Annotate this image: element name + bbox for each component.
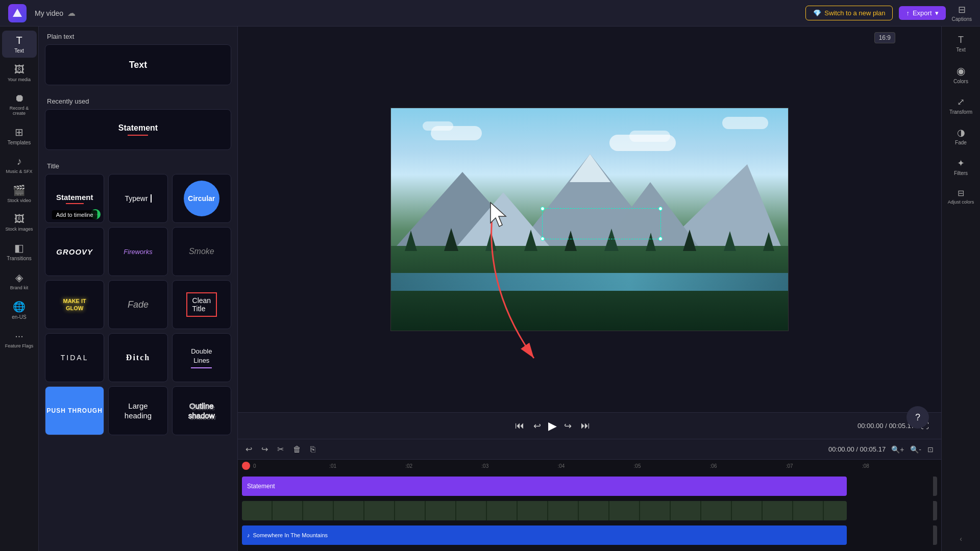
text-card-fade[interactable]: Fade bbox=[108, 280, 167, 329]
text-card-smoke[interactable]: Smoke bbox=[172, 227, 231, 276]
text-card-push-through[interactable]: PUSH THROUGH bbox=[45, 386, 104, 435]
smoke-label: Smoke bbox=[189, 247, 214, 256]
text-card-large-heading[interactable]: Largeheading bbox=[108, 386, 167, 435]
recently-used-card[interactable]: Statement bbox=[45, 109, 231, 150]
right-panel-text[interactable]: T Text bbox=[944, 31, 978, 57]
fast-forward-button[interactable]: ↪ bbox=[562, 418, 574, 434]
nav-stock-images-label: Stock images bbox=[5, 227, 33, 232]
rewind-button[interactable]: ↩ bbox=[531, 418, 543, 434]
delete-button[interactable]: 🗑 bbox=[291, 443, 303, 456]
right-panel-filters[interactable]: ✦ Filters bbox=[944, 154, 978, 180]
ruler-mark-04: :04 bbox=[556, 463, 632, 469]
text-card-fireworks[interactable]: Fireworks bbox=[108, 227, 167, 276]
current-total-time: 00:00.00 / 00:05.17 bbox=[828, 445, 886, 453]
nav-item-transitions[interactable]: ◧ Transitions bbox=[2, 238, 37, 265]
project-title: My video ☁ bbox=[35, 8, 805, 18]
clean-title-label: CleanTitle bbox=[186, 292, 217, 317]
tidal-label: TIDAL bbox=[61, 354, 89, 362]
title-text: My video bbox=[35, 9, 63, 17]
skip-back-button[interactable]: ⏮ bbox=[513, 418, 526, 433]
feature-flags-icon: ··· bbox=[15, 330, 23, 342]
audio-resize-handle[interactable] bbox=[933, 525, 937, 545]
text-card-statement[interactable]: Statement + Add to timeline bbox=[45, 174, 104, 223]
nav-item-stock-video[interactable]: 🎬 Stock video bbox=[2, 180, 37, 207]
ruler-mark-07: :07 bbox=[785, 463, 861, 469]
nav-item-language[interactable]: 🌐 en-US bbox=[2, 296, 37, 324]
scissors-button[interactable]: ✂ bbox=[276, 443, 285, 456]
text-nav-icon: T bbox=[16, 35, 22, 46]
topbar: My video ☁ 💎 Switch to a new plan ↑ Expo… bbox=[0, 0, 980, 27]
nav-transitions-label: Transitions bbox=[7, 256, 32, 261]
groovy-label: GROOVY bbox=[56, 247, 93, 256]
colors-property-label: Colors bbox=[953, 79, 968, 84]
plain-text-card[interactable]: Text bbox=[45, 44, 231, 85]
nav-item-brand-kit[interactable]: ◈ Brand kit bbox=[2, 267, 37, 294]
nav-item-your-media[interactable]: 🖼 Your media bbox=[2, 60, 37, 86]
nav-feature-flags-label: Feature Flags bbox=[5, 343, 34, 348]
upgrade-label: Switch to a new plan bbox=[824, 9, 885, 17]
app-logo bbox=[8, 4, 27, 22]
captions-button[interactable]: ⊟ Captions bbox=[952, 4, 972, 22]
nav-item-stock-images[interactable]: 🖼 Stock images bbox=[2, 209, 37, 236]
timeline-area: ↩ ↪ ✂ 🗑 ⎘ 00:00.00 / 00:05.17 🔍+ 🔍- ⊡ bbox=[238, 439, 941, 551]
outline-shadow-label: Outlineshadow bbox=[188, 401, 215, 421]
video-track bbox=[238, 498, 941, 523]
nav-item-text[interactable]: T Text bbox=[2, 31, 37, 58]
text-card-outline-shadow[interactable]: Outlineshadow bbox=[172, 386, 231, 435]
filters-property-icon: ✦ bbox=[957, 158, 965, 169]
text-card-make-it-glow[interactable]: MAKE ITGLOW bbox=[45, 280, 104, 329]
fit-timeline-button[interactable]: ⊡ bbox=[926, 444, 935, 455]
zoom-in-button[interactable]: 🔍+ bbox=[890, 444, 905, 455]
right-panel-transform[interactable]: ⤢ Transform bbox=[944, 92, 978, 119]
text-card-clean-title[interactable]: CleanTitle bbox=[172, 280, 231, 329]
upgrade-button[interactable]: 💎 Switch to a new plan bbox=[805, 6, 893, 20]
redo-button[interactable]: ↪ bbox=[260, 443, 270, 456]
text-card-groovy[interactable]: GROOVY bbox=[45, 227, 104, 276]
right-panel-fade[interactable]: ◑ Fade bbox=[944, 123, 978, 149]
landscape-background bbox=[391, 108, 788, 331]
right-panel-adjust[interactable]: ⊟ Adjust colors bbox=[944, 184, 978, 209]
language-icon: 🌐 bbox=[13, 300, 26, 313]
transform-property-label: Transform bbox=[949, 109, 972, 115]
copy-button[interactable]: ⎘ bbox=[309, 443, 317, 456]
video-canvas[interactable] bbox=[390, 108, 789, 331]
text-card-tidal[interactable]: TIDAL bbox=[45, 333, 104, 382]
ruler-mark-05: :05 bbox=[633, 463, 709, 469]
text-property-label: Text bbox=[956, 47, 965, 53]
audio-track: ♪ Somewhere In The Mountains bbox=[238, 523, 941, 547]
nav-brand-kit-label: Brand kit bbox=[10, 285, 29, 290]
video-resize-handle[interactable] bbox=[933, 501, 937, 520]
video-clip[interactable] bbox=[242, 501, 847, 520]
skip-forward-button[interactable]: ⏭ bbox=[579, 418, 592, 433]
crown-icon: 💎 bbox=[813, 9, 821, 17]
export-button[interactable]: ↑ Export ▾ bbox=[899, 6, 945, 20]
nav-item-music[interactable]: ♪ Music & SFX bbox=[2, 152, 37, 178]
nav-item-feature-flags[interactable]: ··· Feature Flags bbox=[2, 326, 37, 353]
ruler-mark-06: :06 bbox=[709, 463, 785, 469]
collapse-panel-button[interactable]: ‹ bbox=[960, 535, 962, 543]
text-card-double-lines[interactable]: DoubleLines bbox=[172, 333, 231, 382]
stock-images-icon: 🖼 bbox=[14, 213, 24, 225]
help-button[interactable]: ? bbox=[906, 406, 929, 429]
undo-button[interactable]: ↩ bbox=[244, 443, 254, 456]
nav-templates-label: Templates bbox=[8, 140, 31, 145]
audio-clip[interactable]: ♪ Somewhere In The Mountains bbox=[242, 525, 847, 545]
cloud-4 bbox=[629, 131, 670, 142]
nav-item-templates[interactable]: ⊞ Templates bbox=[2, 122, 37, 149]
play-button[interactable]: ▶ bbox=[548, 419, 557, 433]
text-card-circular[interactable]: Circular bbox=[172, 174, 231, 223]
text-card-glitch[interactable]: Ðitch bbox=[108, 333, 167, 382]
ruler-mark-01: :01 bbox=[328, 463, 404, 469]
statement-clip[interactable]: Statement bbox=[242, 477, 847, 496]
text-card-typewriter[interactable]: Typewr bbox=[108, 174, 167, 223]
playback-controls: ⏮ ↩ ▶ ↪ ⏭ 00:00.00 / 00:05.17 ⛶ bbox=[238, 412, 941, 439]
timeline-toolbar: ↩ ↪ ✂ 🗑 ⎘ 00:00.00 / 00:05.17 🔍+ 🔍- ⊡ bbox=[238, 439, 941, 460]
zoom-out-button[interactable]: 🔍- bbox=[909, 444, 923, 455]
add-badge-icon: + bbox=[90, 209, 101, 219]
clip-resize-handle[interactable] bbox=[933, 477, 937, 496]
plain-text-section-title: Plain text bbox=[39, 27, 237, 44]
fade-property-label: Fade bbox=[955, 140, 967, 145]
make-it-glow-label: MAKE ITGLOW bbox=[63, 297, 86, 312]
nav-item-record-create[interactable]: ⏺ Record & create bbox=[2, 88, 37, 120]
right-panel-colors[interactable]: ◉ Colors bbox=[944, 61, 978, 88]
